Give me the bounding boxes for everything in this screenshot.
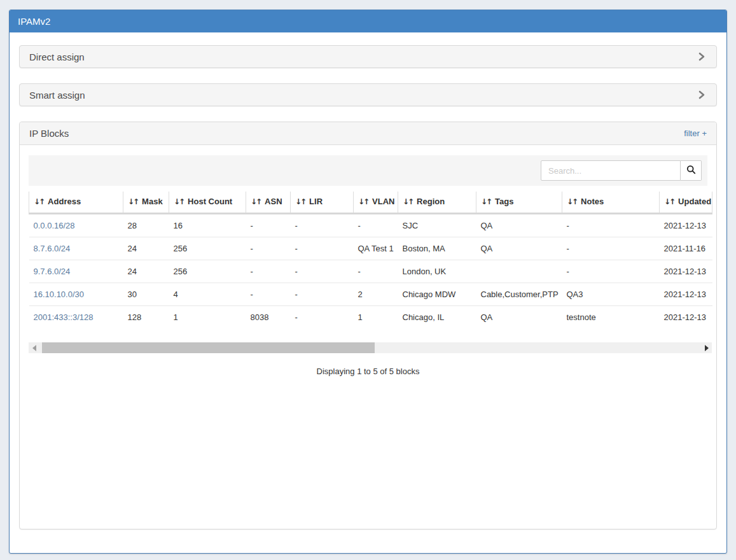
address-link[interactable]: 0.0.0.16/28 <box>34 221 75 230</box>
cell-asn: - <box>246 237 291 260</box>
scrollbar-thumb[interactable] <box>42 342 375 353</box>
cell-updated: 2021-12-13 <box>660 306 712 329</box>
scroll-left-icon <box>32 345 36 351</box>
ip-blocks-title: IP Blocks <box>29 128 69 139</box>
column-label: Mask <box>142 197 163 206</box>
column-header-lir[interactable]: ↓↑LIR <box>291 192 354 214</box>
column-label: Address <box>48 197 81 206</box>
cell-updated: 2021-12-13 <box>660 260 712 283</box>
direct-assign-panel[interactable]: Direct assign <box>19 45 717 68</box>
cell-host-count: 16 <box>169 214 246 237</box>
cell-lir: - <box>291 237 354 260</box>
scroll-right-icon <box>705 345 709 351</box>
ip-blocks-heading: IP Blocks filter + <box>20 122 716 145</box>
scroll-right-button[interactable] <box>701 342 712 353</box>
cell-notes: QA3 <box>562 283 660 306</box>
address-link[interactable]: 8.7.6.0/24 <box>34 244 71 253</box>
table-row: 8.7.6.0/2424256--QA Test 1Boston, MAQA-2… <box>29 237 712 260</box>
column-header-host-count[interactable]: ↓↑Host Count <box>169 192 246 214</box>
cell-updated: 2021-12-13 <box>660 214 712 237</box>
cell-address: 9.7.6.0/24 <box>29 260 123 283</box>
cell-region: Chicago, IL <box>398 306 476 329</box>
scroll-left-button[interactable] <box>29 342 39 353</box>
column-label: VLAN <box>372 197 394 206</box>
address-link[interactable]: 9.7.6.0/24 <box>34 267 71 276</box>
cell-asn: 8038 <box>246 306 291 329</box>
table-row: 0.0.0.16/282816---SJCQA-2021-12-13 <box>29 214 712 237</box>
filter-link[interactable]: filter + <box>684 129 707 138</box>
cell-region: Boston, MA <box>398 237 476 260</box>
cell-notes: - <box>562 260 660 283</box>
cell-host-count: 1 <box>169 306 246 329</box>
cell-lir: - <box>291 214 354 237</box>
cell-asn: - <box>246 283 291 306</box>
sort-icon: ↓↑ <box>403 197 413 206</box>
cell-host-count: 256 <box>169 237 246 260</box>
sort-icon: ↓↑ <box>251 197 261 206</box>
chevron-right-icon <box>697 52 707 62</box>
horizontal-scrollbar[interactable] <box>29 342 712 353</box>
column-header-address[interactable]: ↓↑Address <box>29 192 123 214</box>
ip-blocks-table: ↓↑Address↓↑Mask↓↑Host Count↓↑ASN↓↑LIR↓↑V… <box>29 192 712 328</box>
column-header-notes[interactable]: ↓↑Notes <box>562 192 660 214</box>
search-icon <box>686 165 696 176</box>
column-header-mask[interactable]: ↓↑Mask <box>123 192 169 214</box>
address-link[interactable]: 2001:433::3/128 <box>34 312 94 322</box>
column-header-region[interactable]: ↓↑Region <box>398 192 476 214</box>
sort-icon: ↓↑ <box>567 197 577 206</box>
search-group <box>541 160 702 181</box>
column-header-tags[interactable]: ↓↑Tags <box>476 192 562 214</box>
table-header-row: ↓↑Address↓↑Mask↓↑Host Count↓↑ASN↓↑LIR↓↑V… <box>29 192 712 214</box>
ip-blocks-body: ↓↑Address↓↑Mask↓↑Host Count↓↑ASN↓↑LIR↓↑V… <box>20 145 716 376</box>
app-container: IPAMv2 Direct assign Smart assign IP Blo… <box>9 10 727 554</box>
table-row: 2001:433::3/12812818038-1Chicago, ILQAte… <box>29 306 712 329</box>
cell-lir: - <box>291 260 354 283</box>
cell-vlan: - <box>354 260 398 283</box>
sort-icon: ↓↑ <box>128 197 138 206</box>
cell-mask: 128 <box>123 306 169 329</box>
address-link[interactable]: 16.10.10.0/30 <box>34 290 85 299</box>
column-label: Host Count <box>188 197 232 206</box>
cell-lir: - <box>291 306 354 329</box>
column-header-asn[interactable]: ↓↑ASN <box>246 192 291 214</box>
cell-vlan: 1 <box>354 306 398 329</box>
smart-assign-panel[interactable]: Smart assign <box>19 83 717 106</box>
cell-address: 16.10.10.0/30 <box>29 283 123 306</box>
column-label: Notes <box>581 197 604 206</box>
cell-updated: 2021-11-16 <box>660 237 712 260</box>
column-header-vlan[interactable]: ↓↑VLAN <box>354 192 398 214</box>
app-title: IPAMv2 <box>18 16 50 27</box>
column-label: Region <box>417 197 445 206</box>
column-label: LIR <box>309 197 323 206</box>
chevron-right-icon <box>697 90 707 100</box>
search-button[interactable] <box>681 160 702 181</box>
cell-address: 0.0.0.16/28 <box>29 214 123 237</box>
sort-icon: ↓↑ <box>174 197 184 206</box>
cell-mask: 30 <box>123 283 169 306</box>
cell-mask: 24 <box>123 237 169 260</box>
table-row: 16.10.10.0/30304--2Chicago MDWCable,Cust… <box>29 283 712 306</box>
cell-region: London, UK <box>398 260 476 283</box>
search-input[interactable] <box>541 160 681 181</box>
sort-icon: ↓↑ <box>34 197 44 206</box>
cell-address: 2001:433::3/128 <box>29 306 123 329</box>
cell-asn: - <box>246 214 291 237</box>
cell-notes: - <box>562 237 660 260</box>
cell-tags: QA <box>476 214 562 237</box>
cell-notes: - <box>562 214 660 237</box>
cell-tags: Cable,Customer,PTP <box>476 283 562 306</box>
ip-blocks-panel: IP Blocks filter + ↓ <box>19 122 717 529</box>
column-label: Tags <box>495 197 513 206</box>
cell-tags <box>476 260 562 283</box>
cell-host-count: 256 <box>169 260 246 283</box>
cell-updated: 2021-12-13 <box>660 283 712 306</box>
column-header-updated[interactable]: ↓↑Updated <box>660 192 712 214</box>
cell-vlan: QA Test 1 <box>354 237 398 260</box>
cell-mask: 28 <box>123 214 169 237</box>
cell-tags: QA <box>476 306 562 329</box>
search-band <box>29 155 707 186</box>
sort-icon: ↓↑ <box>358 197 368 206</box>
cell-region: Chicago MDW <box>398 283 476 306</box>
sort-icon: ↓↑ <box>481 197 491 206</box>
table-row: 9.7.6.0/2424256---London, UK-2021-12-13 <box>29 260 712 283</box>
